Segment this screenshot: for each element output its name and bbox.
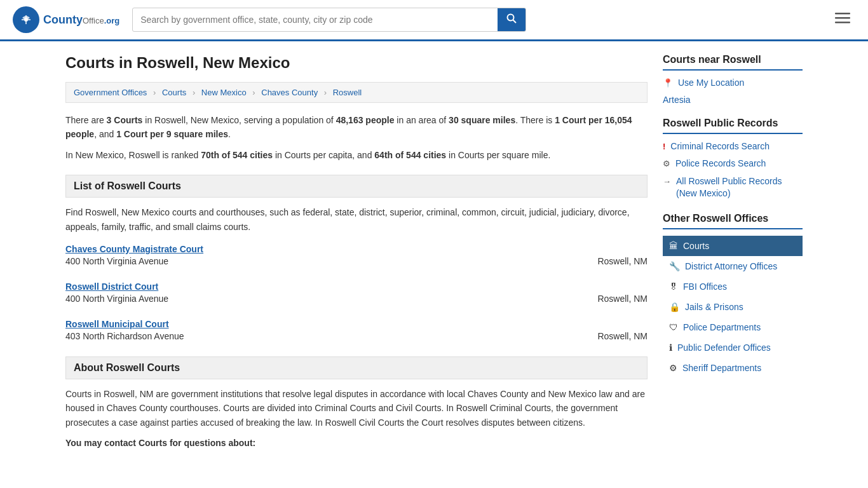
breadcrumb-sep-4: › [324, 88, 327, 97]
court-address-1: 400 North Virginia Avenue [65, 256, 168, 266]
court-link-1[interactable]: Chaves County Magistrate Court [65, 244, 203, 254]
court-entry-2: Roswell District Court 400 North Virgini… [65, 281, 648, 306]
exclamation-icon: ! [663, 141, 665, 152]
jails-icon: 🔒 [669, 302, 680, 312]
court-address-3: 403 North Richardson Avenue [65, 331, 184, 341]
breadcrumb-govt-offices[interactable]: Government Offices [74, 88, 147, 97]
gear-icon-police: ⚙ [663, 158, 670, 170]
court-address-row-3: 403 North Richardson Avenue Roswell, NM [65, 331, 648, 341]
logo-link[interactable]: CountyOffice.org [13, 6, 119, 33]
content-area: Courts in Roswell, New Mexico Government… [65, 54, 648, 457]
office-item-fbi[interactable]: 🎖 FBI Offices [663, 276, 803, 297]
fbi-icon: 🎖 [669, 281, 678, 292]
breadcrumb-sep-3: › [252, 88, 255, 97]
breadcrumb-courts[interactable]: Courts [162, 88, 186, 97]
breadcrumb-new-mexico[interactable]: New Mexico [201, 88, 247, 97]
list-section-desc: Find Roswell, New Mexico courts and cour… [65, 205, 648, 234]
sidebar-near-section: Courts near Roswell 📍 Use My Location Ar… [663, 54, 803, 105]
svg-line-3 [513, 20, 517, 24]
police-icon: 🛡 [669, 322, 678, 332]
office-item-jails[interactable]: 🔒 Jails & Prisons [663, 297, 803, 317]
fbi-link[interactable]: FBI Offices [683, 281, 796, 292]
all-public-records-link[interactable]: → All Roswell Public Records (New Mexico… [663, 175, 803, 200]
svg-point-2 [508, 15, 514, 21]
arrow-icon: → [663, 176, 671, 187]
info-para-2: In New Mexico, Roswell is ranked 70th of… [65, 148, 648, 162]
logo-icon [13, 6, 39, 33]
court-city-2: Roswell, NM [597, 294, 648, 304]
office-list: 🏛 Courts 🔧 District Attorney Offices 🎖 F… [663, 236, 803, 378]
logo-text: CountyOffice.org [43, 13, 119, 27]
police-records-link[interactable]: ⚙ Police Records Search [663, 158, 803, 170]
location-icon: 📍 [663, 78, 673, 89]
breadcrumb-roswell[interactable]: Roswell [333, 88, 362, 97]
court-entry-1: Chaves County Magistrate Court 400 North… [65, 244, 648, 269]
sidebar-public-records-section: Roswell Public Records ! Criminal Record… [663, 118, 803, 200]
svg-point-1 [24, 18, 28, 22]
about-para-contact: You may contact Courts for questions abo… [65, 436, 648, 450]
office-item-police[interactable]: 🛡 Police Departments [663, 317, 803, 337]
courts-office-link[interactable]: Courts [683, 241, 796, 251]
about-section-header: About Roswell Courts [65, 356, 648, 379]
artesia-link[interactable]: Artesia [663, 95, 803, 105]
breadcrumb-chaves-county[interactable]: Chaves County [261, 88, 318, 97]
office-item-courts[interactable]: 🏛 Courts [663, 236, 803, 256]
page-title: Courts in Roswell, New Mexico [65, 54, 648, 72]
sidebar-other-offices-section: Other Roswell Offices 🏛 Courts 🔧 Distric… [663, 213, 803, 378]
court-city-3: Roswell, NM [597, 331, 648, 341]
criminal-records-label: Criminal Records Search [670, 140, 770, 153]
main-container: Courts in Roswell, New Mexico Government… [53, 41, 815, 470]
list-section-header: List of Roswell Courts [65, 175, 648, 198]
court-entry-3: Roswell Municipal Court 403 North Richar… [65, 319, 648, 344]
court-address-row-1: 400 North Virginia Avenue Roswell, NM [65, 256, 648, 266]
court-address-row-2: 400 North Virginia Avenue Roswell, NM [65, 294, 648, 304]
sidebar-near-title: Courts near Roswell [663, 54, 803, 71]
sidebar-other-offices-title: Other Roswell Offices [663, 213, 803, 229]
breadcrumb: Government Offices › Courts › New Mexico… [65, 82, 648, 103]
police-link[interactable]: Police Departments [683, 322, 796, 332]
criminal-records-link[interactable]: ! Criminal Records Search [663, 140, 803, 153]
sheriff-icon: ⚙ [669, 363, 677, 373]
office-item-district-attorney[interactable]: 🔧 District Attorney Offices [663, 256, 803, 276]
court-city-1: Roswell, NM [597, 256, 648, 266]
office-item-public-defender[interactable]: ℹ Public Defender Offices [663, 337, 803, 358]
sheriff-link[interactable]: Sheriff Departments [682, 363, 796, 373]
public-defender-link[interactable]: Public Defender Offices [677, 342, 796, 353]
info-para-1: There are 3 Courts in Roswell, New Mexic… [65, 113, 648, 142]
svg-rect-6 [835, 22, 850, 24]
breadcrumb-sep-1: › [153, 88, 156, 97]
menu-button[interactable] [830, 9, 855, 30]
courts-icon: 🏛 [669, 241, 678, 251]
district-attorney-link[interactable]: District Attorney Offices [685, 261, 796, 271]
sidebar: Courts near Roswell 📍 Use My Location Ar… [663, 54, 803, 457]
police-records-label: Police Records Search [675, 158, 766, 170]
court-link-2[interactable]: Roswell District Court [65, 281, 158, 292]
svg-rect-4 [835, 13, 850, 15]
use-location-link[interactable]: 📍 Use My Location [663, 77, 803, 90]
breadcrumb-sep-2: › [193, 88, 195, 97]
search-button[interactable] [498, 8, 526, 31]
svg-rect-5 [835, 17, 850, 19]
sidebar-public-records-title: Roswell Public Records [663, 118, 803, 134]
use-location-label: Use My Location [678, 77, 744, 90]
court-link-3[interactable]: Roswell Municipal Court [65, 319, 169, 329]
office-item-sheriff[interactable]: ⚙ Sheriff Departments [663, 358, 803, 378]
all-public-records-label: All Roswell Public Records (New Mexico) [676, 175, 803, 200]
about-para-1: Courts in Roswell, NM are government ins… [65, 387, 648, 430]
jails-link[interactable]: Jails & Prisons [685, 302, 796, 312]
district-attorney-icon: 🔧 [669, 261, 680, 271]
site-header: CountyOffice.org [0, 0, 868, 41]
search-bar [132, 8, 526, 32]
court-address-2: 400 North Virginia Avenue [65, 294, 168, 304]
search-input[interactable] [133, 10, 498, 30]
public-defender-icon: ℹ [669, 342, 672, 353]
